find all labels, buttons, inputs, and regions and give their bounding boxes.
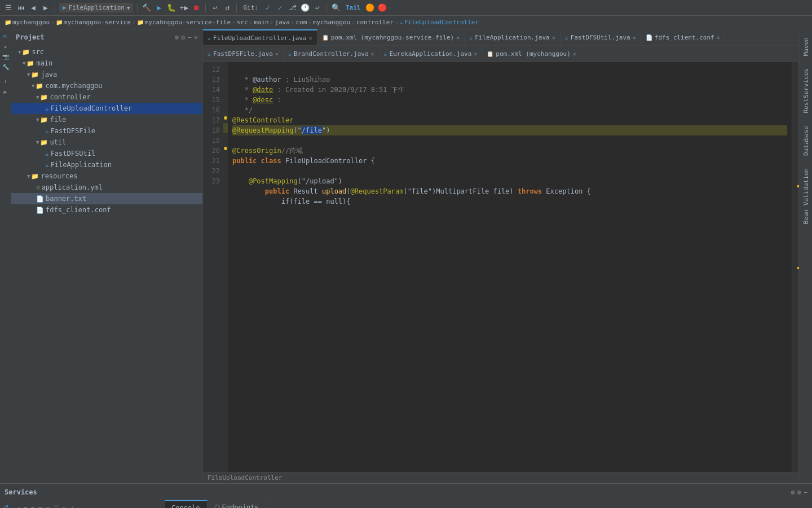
bc-project-label[interactable]: mychanggou xyxy=(12,19,50,26)
tab-close-r2-0[interactable]: ✕ xyxy=(275,51,279,57)
tab-conf[interactable]: 📄 fdfs_client.conf ✕ xyxy=(641,29,725,45)
bc-mychanggou[interactable]: mychanggou xyxy=(313,19,350,26)
tab-close-r2-3[interactable]: ✕ xyxy=(573,51,576,57)
undo-icon[interactable]: ↩ xyxy=(210,3,220,13)
git-check2-icon[interactable]: ✓ xyxy=(275,3,285,13)
run-config-add-icon[interactable]: +▶ xyxy=(179,3,189,13)
st-icon-collapse[interactable]: ≡ xyxy=(22,503,28,508)
tab-fastdfsutil[interactable]: ☕ FastDFSUtil.java ✕ xyxy=(561,29,641,45)
bc-controller-label[interactable]: controller xyxy=(356,19,394,26)
st-icon-expand[interactable]: ≡ xyxy=(29,503,36,508)
tree-item-util[interactable]: ▼ 📁 util xyxy=(11,137,202,148)
tab-close-0[interactable]: ✕ xyxy=(309,35,312,41)
left-icon-tool[interactable]: 🔧 xyxy=(1,62,10,71)
tab-close-r2-2[interactable]: ✕ xyxy=(474,51,477,57)
bc-src[interactable]: src xyxy=(237,19,248,26)
git-clock-icon[interactable]: 🕐 xyxy=(300,3,310,13)
project-close-icon[interactable]: ✕ xyxy=(194,33,198,41)
left-icon-run[interactable]: ▶ xyxy=(1,87,10,96)
tree-item-src[interactable]: ▼ 📁 src xyxy=(11,46,202,58)
stop-icon[interactable]: ⏹ xyxy=(191,3,201,13)
tail-icon2[interactable]: 🔴 xyxy=(377,3,387,13)
bc-com-label[interactable]: com xyxy=(295,19,307,26)
st-icon-group[interactable]: ⊞ xyxy=(37,503,43,508)
services-minimize-icon[interactable]: − xyxy=(804,488,807,496)
st-icon-edit[interactable]: ✎ xyxy=(61,503,68,508)
services-run-icon[interactable]: ↺ xyxy=(4,502,8,508)
run-icon[interactable]: ▶ xyxy=(154,3,164,13)
tab-eureka[interactable]: ☕ EurekaApplication.java ✕ xyxy=(379,46,483,62)
code-content[interactable]: * @author : LiuShihao * @date : Created … xyxy=(228,62,792,472)
bc-src-label[interactable]: src xyxy=(237,19,248,26)
tree-item-resources[interactable]: ▼ 📁 resources xyxy=(11,170,202,182)
bc-module[interactable]: 📁 mycahnggou-service-file xyxy=(137,19,231,26)
tab-pom2[interactable]: 📋 pom.xml (mychanggou) ✕ xyxy=(482,46,581,62)
left-icon-camera[interactable]: 📷 xyxy=(1,52,10,61)
tree-item-fastdfsutil[interactable]: ☕ FastDFSUtil xyxy=(11,148,202,159)
tab-close-r2-1[interactable]: ✕ xyxy=(371,51,374,57)
project-scope-icon[interactable]: ◎ xyxy=(181,33,185,41)
left-icon-project[interactable]: P xyxy=(1,32,10,41)
git-branch-icon[interactable]: ⎇ xyxy=(288,3,298,13)
toolbar-icon-3[interactable]: ▶ xyxy=(41,3,51,13)
tree-item-banner[interactable]: 📄 banner.txt xyxy=(11,193,202,204)
bc-service-label[interactable]: mychanggou-service xyxy=(64,19,131,26)
bc-file[interactable]: ☕ FileUploadController xyxy=(400,19,479,26)
tail-icon1[interactable]: 🟠 xyxy=(365,3,375,13)
console-tab-endpoints[interactable]: ⬡ Endpoints xyxy=(208,500,266,508)
st-icon-refresh[interactable]: ↺ xyxy=(15,503,21,508)
tree-item-fastdfsfile[interactable]: ☕ FastDFSFile xyxy=(11,125,202,137)
toolbar-menu-icon[interactable]: ☰ xyxy=(3,3,14,13)
st-icon-filter[interactable]: ☰ xyxy=(52,503,60,508)
st-icon-ungroup[interactable]: ⊟ xyxy=(45,503,51,508)
tree-item-appyml[interactable]: ⚙ application.yml xyxy=(11,182,202,193)
tab-fileapp[interactable]: ☕ FileApplication.java ✕ xyxy=(465,29,561,45)
tab-fileupload[interactable]: ☕ FileUploadController.java ✕ xyxy=(203,29,317,45)
bc-java[interactable]: java xyxy=(275,19,290,26)
console-tab-console[interactable]: Console xyxy=(165,500,208,508)
tree-item-java[interactable]: ▼ 📁 java xyxy=(11,69,202,80)
st-icon-add[interactable]: + xyxy=(69,503,75,508)
tree-item-fdfs[interactable]: 📄 fdfs_client.conf xyxy=(11,204,202,216)
tree-item-main[interactable]: ▼ 📁 main xyxy=(11,58,202,69)
tab-brand[interactable]: ☕ BrandController.java ✕ xyxy=(284,46,379,62)
tree-item-fileupload[interactable]: ☕ FileUploadController xyxy=(11,103,202,114)
tab-close-3[interactable]: ✕ xyxy=(633,34,636,41)
bc-mychanggou-label[interactable]: mychanggou xyxy=(313,19,350,26)
search-icon[interactable]: 🔍 xyxy=(331,3,341,13)
redo-icon[interactable]: ↺ xyxy=(222,3,232,13)
bc-file-label[interactable]: FileUploadController xyxy=(404,19,479,26)
tree-item-controller[interactable]: ▼ 📁 controller xyxy=(11,91,202,103)
bc-service[interactable]: 📁 mychanggou-service xyxy=(56,19,131,26)
tree-item-file[interactable]: ▼ 📁 file xyxy=(11,114,202,125)
bc-module-label[interactable]: mycahnggou-service-file xyxy=(145,19,231,26)
right-panel-database[interactable]: Database xyxy=(801,122,811,159)
git-undo-icon[interactable]: ↩ xyxy=(312,3,323,13)
tab-close-4[interactable]: ✕ xyxy=(717,34,720,41)
right-panel-bean[interactable]: Bean Validation xyxy=(801,165,811,227)
services-gear-icon[interactable]: ⚙ xyxy=(797,488,801,496)
tab-pom[interactable]: 📋 pom.xml (mycahnggou-service-file) ✕ xyxy=(317,29,465,45)
bc-main-label[interactable]: main xyxy=(254,19,269,26)
bc-com[interactable]: com xyxy=(295,19,307,26)
build-icon[interactable]: 🔨 xyxy=(142,3,152,13)
tab-close-1[interactable]: ✕ xyxy=(456,34,460,41)
project-settings-icon[interactable]: ⚙ xyxy=(175,33,179,41)
scrollbar-gutter[interactable] xyxy=(792,62,800,472)
bc-java-label[interactable]: java xyxy=(275,19,290,26)
tab-close-2[interactable]: ✕ xyxy=(552,34,555,41)
project-collapse-icon[interactable]: − xyxy=(188,33,192,41)
tree-item-com[interactable]: ▼ 📁 com.mychanggou xyxy=(11,80,202,91)
tree-item-fileapp[interactable]: ☕ FileApplication xyxy=(11,159,202,170)
right-panel-maven[interactable]: Maven xyxy=(801,34,811,59)
toolbar-icon-1[interactable]: ⏮ xyxy=(16,3,26,13)
toolbar-icon-2[interactable]: ◀ xyxy=(28,3,38,13)
run-config-selector[interactable]: ▶ FileApplication ▼ xyxy=(59,3,133,12)
left-icon-deploy[interactable]: ⬆ xyxy=(1,77,10,86)
bc-project[interactable]: 📁 mychanggou xyxy=(5,19,50,26)
bc-main[interactable]: main xyxy=(254,19,269,26)
left-icon-bookmark[interactable]: ★ xyxy=(1,42,10,51)
services-settings-icon[interactable]: ⚙ xyxy=(791,488,795,496)
right-panel-rest[interactable]: RestServices xyxy=(801,65,811,116)
tab-fastdfsfile[interactable]: ☕ FastDFSFile.java ✕ xyxy=(203,46,284,62)
